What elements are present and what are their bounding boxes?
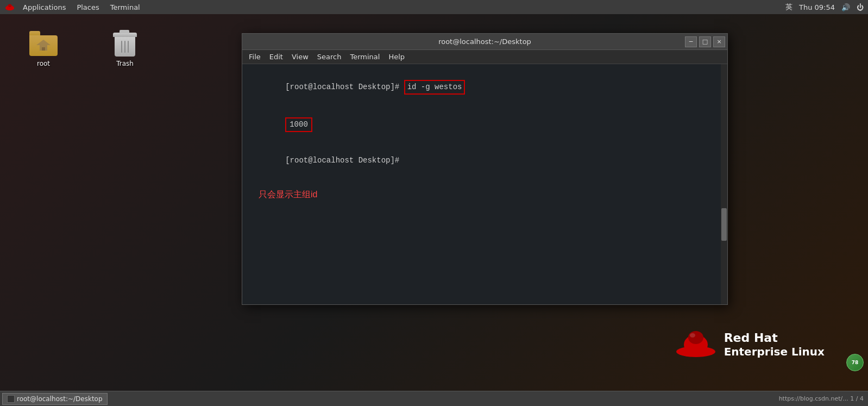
trash-image: [110, 33, 140, 59]
term-menu-help[interactable]: Help: [384, 52, 409, 62]
root-folder-label: root: [37, 60, 50, 67]
terminal-title: root@localhost:~/Desktop: [438, 38, 531, 46]
menu-left: Applications Places Terminal: [4, 0, 146, 14]
terminal-menubar: File Edit View Search Terminal Help: [242, 50, 727, 64]
lang-indicator[interactable]: 英: [785, 2, 792, 12]
term-prompt-2: [root@localhost Desktop]#: [285, 156, 399, 165]
terminal-scrollbar[interactable]: [721, 64, 727, 304]
redhat-brand-line1: Red Hat: [724, 331, 825, 345]
taskbar-right-text: https://blog.csdn.net/... 1 / 4: [779, 395, 864, 402]
terminal-content[interactable]: [root@localhost Desktop]# id -g westos 1…: [242, 64, 727, 304]
house-svg: [35, 39, 52, 53]
corner-badge: 78: [846, 354, 864, 371]
top-menubar: Applications Places Terminal 英 Thu 09:54…: [0, 0, 868, 14]
power-icon[interactable]: ⏻: [857, 3, 864, 11]
volume-icon[interactable]: 🔊: [841, 3, 850, 11]
term-menu-file[interactable]: File: [244, 52, 265, 62]
term-menu-view[interactable]: View: [287, 52, 313, 62]
svg-point-9: [690, 333, 695, 338]
terminal-titlebar: root@localhost:~/Desktop − □ ×: [242, 34, 727, 50]
trash-label: Trash: [116, 60, 134, 67]
menu-right: 英 Thu 09:54 🔊 ⏻: [785, 2, 864, 12]
clock: Thu 09:54: [799, 3, 835, 11]
svg-point-2: [8, 4, 11, 7]
minimize-button[interactable]: −: [685, 36, 697, 47]
applications-menu[interactable]: Applications: [17, 0, 71, 14]
annotation-text: 只会显示主组id: [259, 189, 317, 201]
taskbar-terminal-item[interactable]: root@localhost:~/Desktop: [2, 393, 108, 405]
desktop-icon-trash[interactable]: Trash: [103, 30, 147, 70]
term-line-1: [root@localhost Desktop]# id -g westos: [249, 68, 721, 106]
terminal-window: root@localhost:~/Desktop − □ × File Edit…: [242, 33, 728, 305]
term-line-3: [root@localhost Desktop]#: [249, 143, 721, 178]
redhat-logo-text: Red Hat Enterprise Linux: [724, 331, 825, 358]
term-prompt-1: [root@localhost Desktop]#: [285, 83, 404, 91]
taskbar: root@localhost:~/Desktop https://blog.cs…: [0, 391, 868, 406]
scrollbar-thumb: [721, 208, 727, 241]
svg-marker-3: [36, 40, 51, 45]
close-button[interactable]: ×: [713, 36, 725, 47]
redhat-menu-icon: [4, 2, 15, 13]
svg-point-8: [688, 331, 703, 344]
redhat-logo-icon: [674, 326, 718, 364]
term-result-highlight: 1000: [285, 117, 312, 132]
svg-rect-5: [42, 47, 45, 51]
root-folder-image: [28, 33, 59, 59]
term-menu-terminal[interactable]: Terminal: [345, 52, 384, 62]
places-menu[interactable]: Places: [71, 0, 104, 14]
taskbar-item-icon: [7, 395, 15, 403]
terminal-menu[interactable]: Terminal: [105, 0, 146, 14]
taskbar-item-label: root@localhost:~/Desktop: [17, 395, 103, 403]
terminal-controls: − □ ×: [685, 36, 725, 47]
term-line-2: 1000: [249, 106, 721, 143]
redhat-brand-line2: Enterprise Linux: [724, 345, 825, 358]
desktop-icon-root[interactable]: root: [22, 30, 65, 70]
maximize-button[interactable]: □: [699, 36, 711, 47]
redhat-logo: Red Hat Enterprise Linux: [674, 326, 825, 364]
term-command-highlight: id -g westos: [404, 80, 466, 95]
desktop: root Trash root@localhost:~/Desktop − □ …: [0, 14, 868, 391]
term-menu-search[interactable]: Search: [313, 52, 346, 62]
term-menu-edit[interactable]: Edit: [265, 52, 287, 62]
